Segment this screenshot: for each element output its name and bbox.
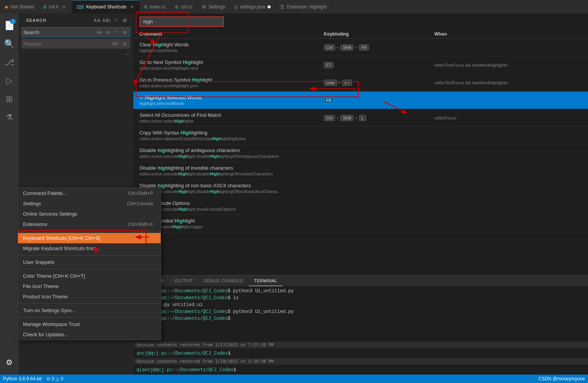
- tab-icon-extension: ☰: [280, 4, 284, 10]
- ks-search-input[interactable]: [140, 16, 224, 27]
- menu-item-user-snippets[interactable]: User Snippets: [18, 257, 161, 267]
- tab-debug-console[interactable]: DEBUG CONSOLE: [199, 275, 249, 286]
- replace-input[interactable]: [23, 41, 110, 47]
- search-input[interactable]: [23, 29, 94, 35]
- table-row[interactable]: Copy With Syntax Highlighting editor.act…: [133, 127, 588, 144]
- term-line: ancj@qcj-pc:~/Documents/QCJ_Codes$ pytho…: [136, 308, 585, 315]
- cmd-name: Go to Next Symbol Highlight: [140, 59, 324, 65]
- activity-icon-extensions[interactable]: ⊞: [0, 90, 18, 108]
- table-row[interactable]: Go to Next Symbol Highlight editor.actio…: [133, 56, 588, 74]
- when: -: [434, 133, 582, 138]
- sidebar-header: SEARCH Aa ab| .* ⊟: [18, 13, 133, 26]
- menu-item-command-palette[interactable]: Command Palette... Ctrl+Shift+P: [18, 188, 161, 198]
- menu-item-migrate-shortcuts[interactable]: Migrate Keyboard Shortcuts from...: [18, 243, 161, 254]
- regex-btn[interactable]: .*: [112, 28, 120, 36]
- cmd-id: highlight.selectedWords: [140, 101, 324, 106]
- key: Shift: [340, 115, 353, 121]
- cmd-name: Trigger Symbol Highlight: [140, 218, 324, 224]
- tab-settings-json[interactable]: {} settings.json: [230, 0, 276, 13]
- circle-icon: ⊙: [46, 376, 50, 381]
- table-row[interactable]: Go to Previous Symbol Highlight editor.a…: [133, 74, 588, 92]
- key: F7: [324, 62, 333, 68]
- activity-icon-search[interactable]: 🔍: [0, 35, 18, 53]
- cmd-group: Disable highlighting of ambiguous charac…: [140, 147, 324, 159]
- menu-item-settings[interactable]: Settings Ctrl+Comma: [18, 198, 161, 209]
- cmd-id: editor.action.unicodeHighlight.disableHi…: [140, 154, 324, 159]
- menu-item-manage-workspace[interactable]: Manage Workspace Trust: [18, 319, 161, 329]
- tab-main-cc[interactable]: C main.cc: [140, 0, 171, 13]
- activity-icon-flask[interactable]: ⚗: [0, 108, 18, 127]
- tab-extension-highlight[interactable]: ☰ Extension: highlight: [276, 0, 332, 13]
- tab-get-started[interactable]: ◆ Get Started: [0, 0, 39, 13]
- table-row[interactable]: Disable highlighting of non basic ASCII …: [133, 180, 588, 197]
- key: F8: [324, 97, 333, 103]
- match-case-btn[interactable]: Aa: [95, 28, 103, 36]
- table-row[interactable]: Disable highlighting of ambiguous charac…: [133, 144, 588, 162]
- when: -: [434, 151, 582, 155]
- gear-button[interactable]: ⚙: [0, 353, 18, 372]
- menu-item-color-theme[interactable]: Color Theme [Ctrl+K Ctrl+T]: [18, 271, 161, 281]
- table-row[interactable]: Select All Occurrences of Find Match edi…: [133, 109, 588, 127]
- tab-csf-h[interactable]: C csf.h ×: [39, 0, 72, 13]
- keybinding: F8: [324, 97, 435, 103]
- keybinding: Ctrl + Shift + F8: [324, 44, 435, 51]
- tab-settings[interactable]: ⚙ Settings: [197, 0, 230, 13]
- search-input-row: Aa ab .* ⊞: [21, 27, 130, 37]
- term-line: ancj@qcj-pc:~/Documents/QCJ_Codes$: [133, 348, 588, 358]
- tab-dot-settings-json: [268, 5, 271, 8]
- table-row[interactable]: Trigger Symbol Highlight editor.action.w…: [133, 215, 588, 232]
- tab-output[interactable]: OUTPUT: [169, 275, 199, 286]
- word-boundary-btn[interactable]: ab: [104, 28, 112, 36]
- match-word-icon[interactable]: ab|: [103, 16, 110, 24]
- sidebar-header-icons: Aa ab| .* ⊟: [94, 16, 129, 24]
- replace-expand-btn[interactable]: ⊟: [121, 40, 128, 47]
- status-errors[interactable]: ⊙ 0 △ 0: [46, 376, 63, 381]
- cmd-id: editor.action.unicodeHighlight.disableHi…: [140, 189, 324, 194]
- when: -: [434, 98, 582, 103]
- source-control-icon: ⎇: [5, 57, 14, 67]
- cmd-name: Copy With Syntax Highlighting: [140, 130, 324, 136]
- tab-keyboard-shortcuts[interactable]: ⌨ Keyboard Shortcuts ×: [72, 0, 140, 13]
- menu-separator: [18, 255, 161, 255]
- menu-item-check-updates[interactable]: Check for Updates...: [18, 329, 161, 340]
- expand-btn[interactable]: ⊞: [121, 28, 128, 36]
- status-python[interactable]: Python 3.6.9 64-bit: [3, 376, 42, 381]
- menu-item-online-services[interactable]: Online Services Settings: [18, 209, 161, 219]
- table-row[interactable]: Show Exclude Options editor.action.unico…: [133, 197, 588, 215]
- status-csdn: CSDN @moneymyone: [538, 376, 585, 381]
- tab-csf-cc[interactable]: C csf.cc: [171, 0, 197, 13]
- menu-item-turn-on-sync[interactable]: Turn on Settings Sync...: [18, 305, 161, 316]
- activity-icon-run[interactable]: ▷: [0, 72, 18, 90]
- activity-icon-source-control[interactable]: ⎇: [0, 53, 18, 72]
- cmd-group: Go to Previous Symbol Highlight editor.a…: [140, 77, 324, 88]
- tab-close-csf-h[interactable]: ×: [61, 4, 67, 10]
- menu-item-extensions[interactable]: Extensions Ctrl+Shift+X: [18, 219, 161, 229]
- cmd-group: Disable highlighting of invisible charac…: [140, 165, 324, 176]
- activity-icon-explorer[interactable]: 📄 1: [0, 16, 18, 35]
- cmd-name: Select All Occurrences of Find Match: [140, 112, 324, 118]
- cmd-id: editor.action.wordHighlight.prev: [140, 83, 324, 88]
- tab-icon-csf-cc: C: [175, 5, 178, 9]
- more-options-button[interactable]: ···: [18, 50, 133, 59]
- cmd-group: ✏ Highlight Selected Words highlight.sel…: [140, 95, 324, 106]
- cmd-id: editor.action.unicodeHighlight.showExclu…: [140, 207, 324, 211]
- match-case-icon[interactable]: Aa: [94, 16, 101, 24]
- menu-item-product-icon-theme[interactable]: Product Icon Theme: [18, 291, 161, 302]
- table-row[interactable]: Clear Highlight Words highlight.clearWor…: [133, 39, 588, 56]
- ks-table: Clear Highlight Words highlight.clearWor…: [133, 39, 588, 275]
- tab-terminal[interactable]: TERMINAL: [249, 275, 283, 286]
- table-row-selected[interactable]: ✏ Highlight Selected Words highlight.sel…: [133, 92, 588, 109]
- menu-item-keyboard-shortcuts[interactable]: Keyboard Shortcuts [Ctrl+K Ctrl+S]: [18, 233, 161, 243]
- menu-item-file-icon-theme[interactable]: File Icon Theme: [18, 281, 161, 291]
- status-right: CSDN @moneymyone: [538, 376, 585, 381]
- menu-separator: [18, 303, 161, 304]
- term-line: _untitled.py untitled.ui: [136, 301, 585, 308]
- when: -: [434, 169, 582, 173]
- collapse-icon[interactable]: ⊟: [121, 16, 129, 24]
- terminal-tabs: PROBLEMS OUTPUT DEBUG CONSOLE TERMINAL: [133, 275, 588, 286]
- key: L: [359, 115, 366, 121]
- tab-close-keyboard[interactable]: ×: [129, 4, 135, 10]
- when: -: [434, 186, 582, 191]
- table-row[interactable]: Disable highlighting of invisible charac…: [133, 162, 588, 180]
- use-regex-icon[interactable]: .*: [112, 16, 120, 24]
